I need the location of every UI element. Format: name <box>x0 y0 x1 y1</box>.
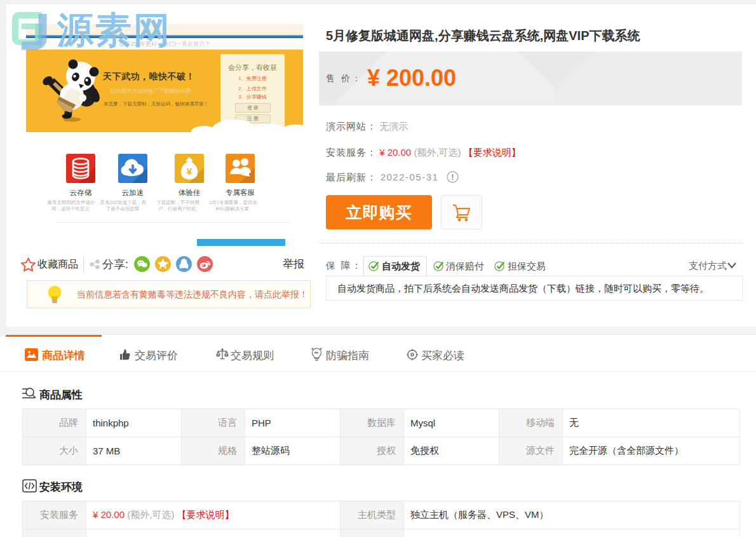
svg-text:源素网: 源素网 <box>57 10 172 50</box>
svg-text:¥: ¥ <box>187 166 192 177</box>
svg-text:!: ! <box>452 173 454 182</box>
